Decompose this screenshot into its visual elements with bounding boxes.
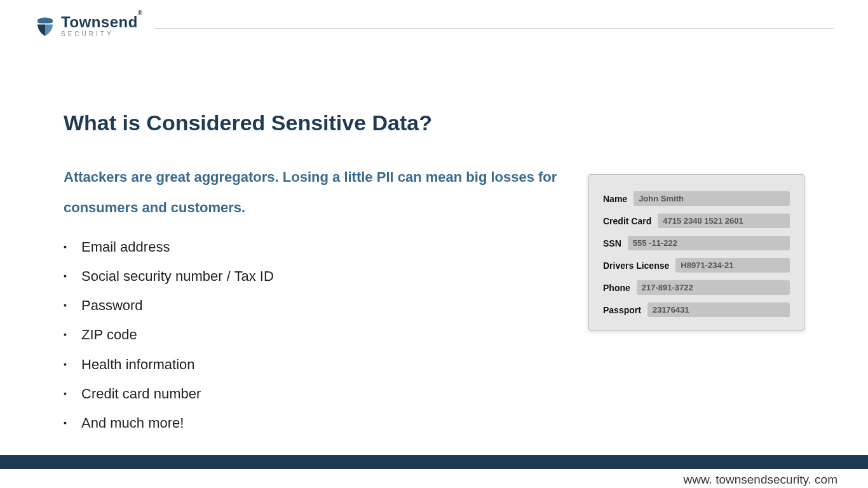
header: Townsend® SECURITY (0, 0, 868, 41)
example-card: Name John Smith Credit Card 4715 2340 15… (588, 174, 804, 330)
example-card-wrap: Name John Smith Credit Card 4715 2340 15… (588, 174, 804, 438)
bullet-item: Password (64, 291, 588, 320)
card-value: 217-891-3722 (637, 280, 790, 295)
card-value: 555 -11-222 (628, 236, 790, 250)
bullet-item: Email address (64, 233, 588, 262)
card-label: Phone (603, 283, 630, 293)
logo-text: Townsend® SECURITY (61, 15, 143, 37)
card-label: Drivers License (603, 261, 669, 271)
footer-url: www. townsendsecurity. com (0, 469, 868, 487)
slide-subtitle: Attackers are great aggregators. Losing … (64, 162, 585, 224)
card-label: Passport (603, 305, 641, 315)
card-value: 4715 2340 1521 2601 (658, 214, 790, 228)
card-row-passport: Passport 23176431 (603, 302, 790, 317)
card-row-phone: Phone 217-891-3722 (603, 280, 790, 295)
slide-content: What is Considered Sensitive Data? Attac… (0, 41, 868, 438)
card-value: H8971-234-21 (675, 258, 790, 273)
card-label: Name (603, 194, 627, 204)
card-value: John Smith (634, 191, 790, 206)
footer: www. townsendsecurity. com (0, 455, 868, 488)
card-row-ssn: SSN 555 -11-222 (603, 236, 790, 250)
bullet-item: And much more! (64, 409, 588, 438)
card-label: SSN (603, 238, 621, 248)
card-label: Credit Card (603, 216, 651, 226)
card-row-credit-card: Credit Card 4715 2340 1521 2601 (603, 214, 790, 228)
logo-main: Townsend® (61, 15, 143, 30)
header-divider (154, 28, 834, 29)
bullet-item: Health information (64, 350, 588, 379)
card-value: 23176431 (648, 302, 790, 317)
bullet-item: ZIP code (64, 320, 588, 349)
card-row-drivers-license: Drivers License H8971-234-21 (603, 258, 790, 273)
logo: Townsend® SECURITY (34, 15, 143, 37)
slide-title: What is Considered Sensitive Data? (64, 111, 588, 135)
card-row-name: Name John Smith (603, 191, 790, 206)
footer-bar (0, 455, 868, 469)
bullet-item: Social security number / Tax ID (64, 262, 588, 291)
bullet-item: Credit card number (64, 379, 588, 409)
logo-sub: SECURITY (61, 31, 143, 37)
content-left: What is Considered Sensitive Data? Attac… (64, 111, 588, 438)
bullet-list: Email address Social security number / T… (64, 233, 588, 438)
shield-icon (34, 15, 56, 37)
